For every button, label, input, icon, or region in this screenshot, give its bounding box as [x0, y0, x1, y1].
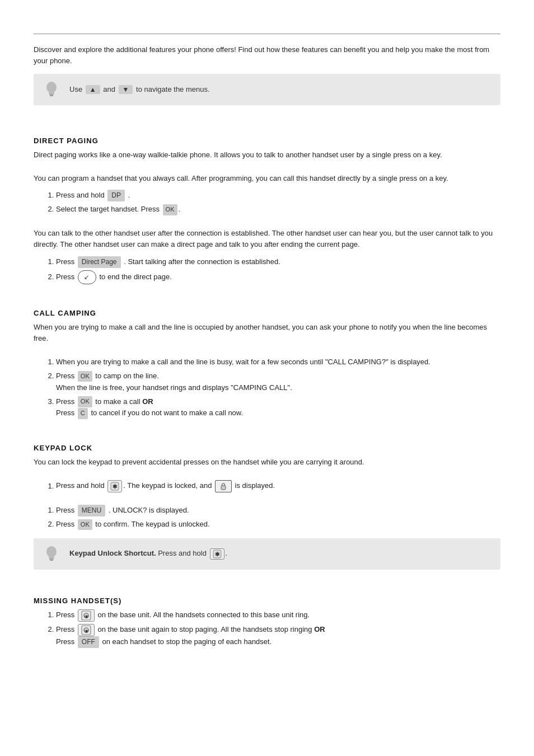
camp-btn: OK: [78, 371, 92, 382]
paging-btn2: ◉: [78, 624, 95, 636]
svg-text:◉: ◉: [84, 614, 88, 619]
direct-paging-title: DIRECT PAGING: [34, 137, 500, 145]
missing-handsets-steps: Press ◉ on the base unit. All the handse…: [56, 609, 500, 648]
direct-paging-desc2: You can program a handset that you alway…: [34, 173, 500, 184]
keypad-lock-desc1: You can lock the keypad to prevent accid…: [34, 457, 500, 468]
end-call-btn: [78, 270, 96, 284]
intro-text: Discover and explore the additional feat…: [34, 44, 500, 66]
direct-paging-desc1: Direct paging works like a one-way walki…: [34, 149, 500, 161]
missing-handsets-title: MISSING HANDSET(S): [34, 597, 500, 605]
stop-btn: OFF: [78, 636, 99, 648]
direct-page-key2: Direct Page: [78, 256, 121, 268]
call-camping-desc1: When you are trying to make a call and t…: [34, 322, 500, 344]
down-btn: ▼: [119, 85, 133, 94]
lightbulb-icon2: [41, 544, 62, 564]
svg-rect-8: [49, 557, 54, 558]
svg-rect-10: [50, 560, 53, 561]
nav-tip-text: Use ▲ and ▼ to navigate the menus.: [69, 85, 210, 95]
svg-rect-3: [50, 95, 53, 96]
step-item: Press OK to camp on the line. When the l…: [56, 370, 500, 394]
call-camping-title: CALL CAMPING: [34, 309, 500, 317]
svg-rect-2: [49, 94, 54, 95]
up-btn: ▲: [86, 85, 100, 94]
keypad-shortcut-text: Keypad Unlock Shortcut. Press and hold ✱…: [69, 548, 227, 560]
or-text2: OR: [314, 625, 325, 633]
shortcut-label: Keypad Unlock Shortcut.: [69, 549, 156, 557]
nav-tip-box: Use ▲ and ▼ to navigate the menus.: [34, 74, 500, 105]
step-item: Press OK to make a call OR Press C to ca…: [56, 396, 500, 420]
keypad-unlock-steps: Press MENU . UNLOCK? is displayed. Press…: [56, 505, 500, 530]
keypad-lock-steps: Press and hold ✱ . The keypad is locked,…: [56, 480, 500, 492]
direct-page-key: DP: [107, 190, 125, 201]
star-key: ✱: [107, 480, 122, 492]
step-item: Press ◉ on the base unit again to stop p…: [56, 624, 500, 648]
step-item: Select the target handset. Press OK.: [56, 204, 500, 215]
lightbulb-icon: [41, 79, 62, 100]
svg-text:◉: ◉: [84, 628, 88, 633]
direct-paging-program-steps: Press and hold DP . Select the target ha…: [56, 190, 500, 215]
direct-paging-talk-steps: Press Direct Page . Start talking after …: [56, 256, 500, 284]
or-text: OR: [142, 397, 153, 406]
step-item: Press and hold DP .: [56, 190, 500, 201]
cancel-btn: C: [78, 408, 88, 419]
lock-display: [215, 480, 232, 492]
svg-point-0: [46, 82, 57, 93]
star-key2: ✱: [210, 548, 224, 560]
step-item: Press to end the direct page.: [56, 270, 500, 284]
keypad-lock-title: KEYPAD LOCK: [34, 444, 500, 452]
paging-btn1: ◉: [78, 609, 95, 622]
svg-rect-9: [49, 558, 54, 560]
step-item: Press MENU . UNLOCK? is displayed.: [56, 505, 500, 516]
top-rule: [34, 34, 500, 34]
svg-text:✱: ✱: [113, 483, 118, 490]
call-camping-steps: When you are trying to make a call and t…: [56, 356, 500, 419]
step-item: When you are trying to make a call and t…: [56, 356, 500, 368]
step-item: Press Direct Page . Start talking after …: [56, 256, 500, 268]
unlock-btn: MENU: [78, 505, 105, 516]
svg-point-7: [46, 546, 57, 557]
keypad-shortcut-box: Keypad Unlock Shortcut. Press and hold ✱…: [34, 538, 500, 570]
step-item: Press OK to confirm. The keypad is unloc…: [56, 519, 500, 530]
svg-text:✱: ✱: [215, 551, 220, 557]
confirm-btn: OK: [78, 519, 92, 530]
svg-rect-6: [221, 486, 226, 490]
step-item: Press and hold ✱ . The keypad is locked,…: [56, 480, 500, 492]
step-item: Press ◉ on the base unit. All the handse…: [56, 609, 500, 622]
direct-paging-desc3: You can talk to the other handset user a…: [34, 228, 500, 250]
ok-btn: OK: [163, 204, 177, 215]
svg-rect-1: [49, 92, 54, 94]
call-btn: OK: [78, 396, 92, 407]
